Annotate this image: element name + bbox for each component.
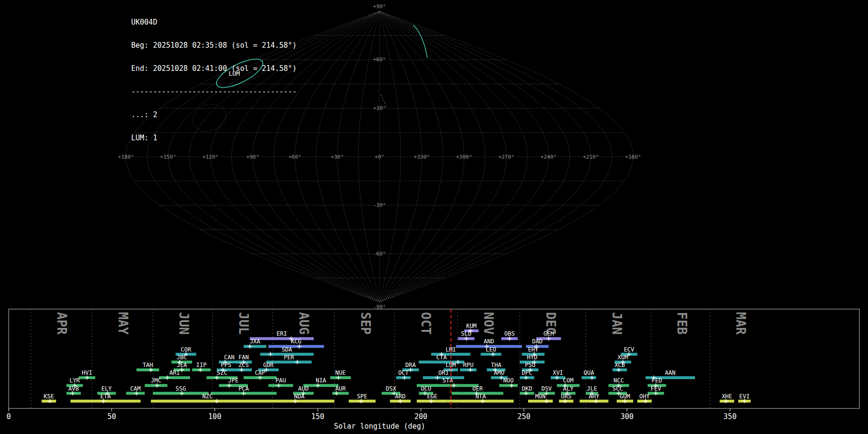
shower-label: JEA (176, 362, 187, 368)
x-tick-label: 0 (6, 412, 11, 421)
shower-label: JBC (176, 354, 187, 361)
plot-scene: +180°+150°+120°+90°+60°+30°+0°+330°+300°… (0, 0, 868, 434)
shower-label: OHY (639, 393, 650, 400)
shower-label: AMO (494, 369, 504, 376)
x-tick-label: 300 (621, 412, 634, 421)
shower-label: NIA (316, 377, 326, 384)
shower-label: CAM (130, 385, 141, 392)
activity-bar (244, 345, 266, 348)
shower-QUA: QUA (582, 369, 596, 380)
shower-label: FED (651, 377, 662, 384)
shower-label: ALY (563, 385, 574, 392)
shower-label: ORI (438, 369, 449, 376)
shower-XCB: XCB (612, 362, 627, 372)
shower-CAM: CAM (126, 385, 145, 396)
activity-bar (151, 400, 264, 403)
shower-label: JLE (587, 385, 597, 392)
shower-bars: KUMERISLDOBSGEMJXAKCGANDDADCORSDALMILEOE… (41, 323, 750, 403)
info-header: UK004D Beg: 20251028 02:35:08 (sol = 214… (131, 3, 297, 157)
shower-label: CTA (436, 354, 447, 361)
activity-bar (303, 384, 339, 387)
month-label: NOV (481, 312, 496, 335)
shower-label: XCB (614, 362, 625, 368)
month-label: AUG (297, 312, 311, 335)
shower-URS: URS (559, 393, 573, 404)
shower-label: SSG (176, 385, 186, 392)
shower-label: FEV (651, 385, 661, 392)
shower-label: XVI (553, 369, 563, 376)
shower-label: DSX (386, 385, 396, 392)
shower-label: XUM (618, 354, 628, 361)
lat-label: +60° (373, 56, 386, 63)
shower-label: PCA (238, 385, 249, 392)
activity-bar (136, 368, 159, 371)
shower-label: SPE (357, 393, 367, 400)
shower-label: OCU (421, 385, 432, 392)
shower-label: AVB (68, 385, 79, 392)
shower-label: PSU (525, 362, 535, 368)
shower-label: EGE (427, 393, 437, 400)
shower-label: PER (284, 354, 294, 361)
end-time: End: 20251028 02:41:00 (sol = 214.58°) (131, 65, 297, 72)
month-label: SEP (358, 312, 373, 335)
shower-AVB: AVB (67, 385, 81, 396)
shower-label: AHY (589, 393, 599, 400)
activity-bar (159, 376, 190, 379)
shower-label: JPE (228, 377, 239, 384)
meteor-trail (413, 25, 427, 58)
shower-label: AUD (298, 385, 309, 392)
shower-label: KCG (291, 338, 301, 345)
month-label: APR (54, 312, 69, 335)
shower-label: ARI (169, 369, 180, 376)
peak-marker (456, 360, 460, 364)
shower-DPC: DPC (520, 369, 534, 380)
shower-TAH: TAH (136, 362, 159, 372)
lat-label: +30° (373, 105, 386, 111)
shower-label: ECV (624, 346, 635, 353)
activity-chart: APRMAYJUNJULAUGSEPOCTNOVDECJANFEBMARKUME… (6, 309, 859, 431)
shower-label: OBS (504, 330, 515, 337)
month-label: JUN (176, 312, 191, 335)
lon-label: +330° (414, 154, 430, 160)
shower-label: ETA (100, 393, 111, 400)
shower-AHY: AHY (580, 393, 609, 404)
shower-label: ARD (395, 393, 406, 400)
shower-label: DKD (522, 385, 532, 392)
shower-label: DRA (406, 362, 416, 368)
lon-label: +180° (625, 154, 641, 160)
shower-label: COM (563, 377, 574, 384)
lat-label: +90° (373, 3, 386, 10)
shower-label: MON (535, 393, 546, 400)
shower-label: GDR (263, 362, 274, 368)
shower-label: KUM (466, 323, 477, 329)
lon-label: +0° (375, 154, 384, 160)
x-tick-label: 100 (208, 412, 221, 421)
shower-label: STA (443, 377, 453, 384)
shower-SPE: SPE (349, 393, 376, 404)
shower-label: NTA (475, 393, 486, 400)
shower-label: SLD (461, 330, 472, 337)
lon-label: +210° (583, 154, 599, 160)
shower-label: CAP (255, 369, 266, 376)
begin-time: Beg: 20251028 02:35:08 (sol = 214.58°) (131, 41, 297, 49)
count-unidentified: ...: 2 (131, 111, 297, 119)
lon-label: +300° (456, 154, 472, 160)
lon-label: +270° (498, 154, 514, 160)
x-axis-ticks: 050100150200250300350 (6, 408, 736, 421)
shower-label: CAN (224, 354, 234, 361)
shower-label: DPC (522, 369, 532, 376)
x-tick-label: 50 (108, 412, 116, 421)
x-tick-label: 350 (723, 412, 736, 421)
shower-label: GUM (620, 393, 630, 400)
month-labels: APRMAYJUNJULAUGSEPOCTNOVDECJANFEBMAR (54, 312, 748, 335)
separator-line: -------------------------------------- (131, 88, 297, 95)
activity-bar (264, 400, 334, 403)
activity-bar (528, 400, 553, 403)
shower-label: QUA (583, 369, 594, 376)
shower-label: SCC (612, 385, 623, 392)
shower-label: PPS (221, 362, 231, 368)
shower-label: DSV (542, 385, 552, 392)
shower-label: LEO (486, 346, 496, 353)
peak-marker (268, 352, 272, 356)
shower-label: HVI (82, 369, 93, 376)
